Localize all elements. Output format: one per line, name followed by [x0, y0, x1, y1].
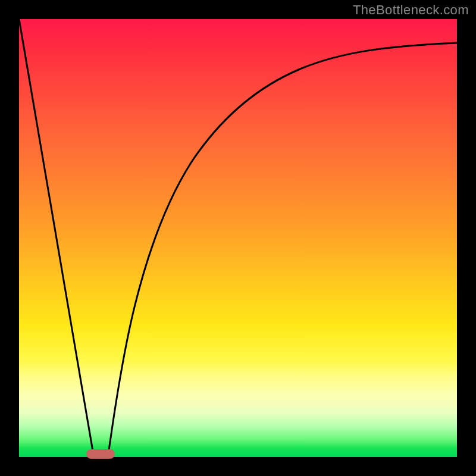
outer-frame: TheBottleneck.com [0, 0, 476, 476]
bottleneck-marker [86, 449, 115, 459]
left-line-path [19, 19, 93, 455]
plot-area [19, 19, 457, 457]
chart-svg [19, 19, 457, 457]
watermark-text: TheBottleneck.com [353, 2, 469, 18]
right-curve-path [108, 43, 457, 455]
